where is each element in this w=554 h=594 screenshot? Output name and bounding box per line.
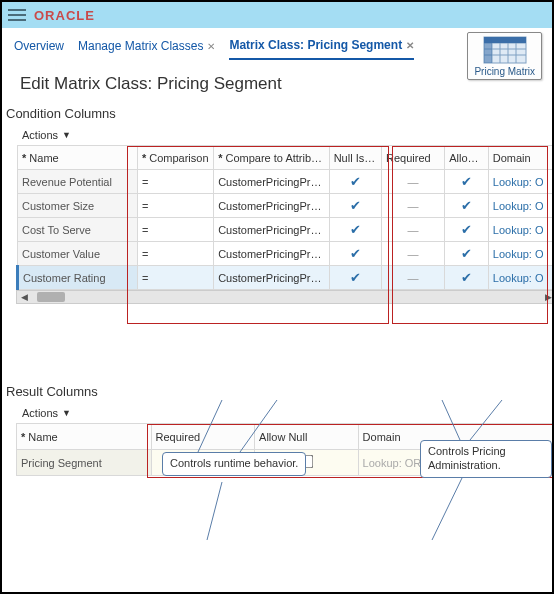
result-columns-table: * Name Required Allow Null Domain Pricin… — [16, 423, 554, 476]
comparison-value[interactable]: = — [137, 266, 213, 290]
table-row[interactable]: Cost To Serve=CustomerPricingPr…✔—✔Looku… — [18, 218, 555, 242]
row-name: Cost To Serve — [18, 218, 138, 242]
svg-rect-9 — [484, 37, 492, 63]
table-row[interactable]: Customer Value=CustomerPricingPr…✔—✔Look… — [18, 242, 555, 266]
menu-icon[interactable] — [8, 6, 26, 24]
col-required-header[interactable]: Required — [381, 146, 444, 170]
chevron-down-icon: ▼ — [62, 408, 71, 418]
compare-to-value[interactable]: CustomerPricingPr… — [214, 218, 330, 242]
col-null-wildcard-header[interactable]: Null Is Wildcard — [329, 146, 381, 170]
compare-to-value[interactable]: CustomerPricingPr… — [214, 266, 330, 290]
required-value[interactable]: — — [381, 218, 444, 242]
row-name: Customer Rating — [18, 266, 138, 290]
compare-to-value[interactable]: CustomerPricingPr… — [214, 170, 330, 194]
required-value[interactable]: — — [381, 170, 444, 194]
diagram-pricing-matrix: Pricing Matrix — [467, 32, 542, 80]
domain-value[interactable]: Lookup: ORA_QP_CUST_PRICING_SE — [358, 450, 554, 476]
col-compare-to-header[interactable]: * Compare to Attribute — [214, 146, 330, 170]
col-allow-null-header[interactable]: Allow Null — [445, 146, 489, 170]
table-row[interactable]: Customer Size=CustomerPricingPr…✔—✔Looku… — [18, 194, 555, 218]
condition-columns-table: * Name * Comparison * Compare to Attribu… — [16, 145, 554, 290]
scrollbar-thumb[interactable] — [37, 292, 65, 302]
col-comparison-header[interactable]: * Comparison — [137, 146, 213, 170]
domain-value[interactable]: Lookup: O — [488, 218, 554, 242]
col-name-header[interactable]: * Name — [18, 146, 138, 170]
diagram-label: Pricing Matrix — [474, 66, 535, 77]
col-required-header[interactable]: Required — [151, 424, 255, 450]
domain-value[interactable]: Lookup: O — [488, 266, 554, 290]
row-name: Customer Size — [18, 194, 138, 218]
comparison-value[interactable]: = — [137, 170, 213, 194]
tab-matrix-class-pricing-segment[interactable]: Matrix Class: Pricing Segment✕ — [229, 38, 414, 60]
actions-menu-condition[interactable]: Actions▼ — [2, 123, 552, 145]
null-wildcard-check[interactable]: ✔ — [329, 218, 381, 242]
required-checkbox[interactable] — [196, 455, 210, 469]
compare-to-value[interactable]: CustomerPricingPr… — [214, 194, 330, 218]
null-wildcard-check[interactable]: ✔ — [329, 170, 381, 194]
scroll-left-icon[interactable]: ◀ — [17, 291, 31, 303]
col-domain-header[interactable]: Domain — [358, 424, 554, 450]
comparison-value[interactable]: = — [137, 218, 213, 242]
col-name-header[interactable]: * Name — [17, 424, 152, 450]
null-wildcard-check[interactable]: ✔ — [329, 242, 381, 266]
required-value[interactable]: — — [381, 266, 444, 290]
allow-null-checkbox[interactable] — [300, 455, 314, 469]
domain-value[interactable]: Lookup: O — [488, 242, 554, 266]
row-name: Revenue Potential — [18, 170, 138, 194]
tab-overview[interactable]: Overview — [14, 39, 64, 59]
row-name: Pricing Segment — [17, 450, 152, 476]
close-icon[interactable]: ✕ — [207, 41, 215, 52]
allow-null-check[interactable]: ✔ — [445, 218, 489, 242]
horizontal-scrollbar[interactable]: ◀ ▶ — [16, 290, 554, 304]
section-condition-columns: Condition Columns — [2, 98, 552, 123]
svg-line-14 — [207, 482, 222, 540]
table-row[interactable]: Pricing Segment Lookup: ORA_QP_CUST_PRIC… — [17, 450, 555, 476]
allow-null-check[interactable]: ✔ — [445, 170, 489, 194]
svg-line-15 — [432, 478, 462, 540]
col-allow-null-header[interactable]: Allow Null — [255, 424, 359, 450]
matrix-icon — [483, 36, 527, 64]
comparison-value[interactable]: = — [137, 194, 213, 218]
domain-value[interactable]: Lookup: O — [488, 170, 554, 194]
section-result-columns: Result Columns — [2, 376, 552, 401]
comparison-value[interactable]: = — [137, 242, 213, 266]
tab-manage-matrix-classes[interactable]: Manage Matrix Classes✕ — [78, 39, 215, 59]
actions-menu-result[interactable]: Actions▼ — [2, 401, 552, 423]
null-wildcard-check[interactable]: ✔ — [329, 266, 381, 290]
scroll-right-icon[interactable]: ▶ — [541, 291, 554, 303]
table-row[interactable]: Revenue Potential=CustomerPricingPr…✔—✔L… — [18, 170, 555, 194]
row-name: Customer Value — [18, 242, 138, 266]
close-icon[interactable]: ✕ — [406, 40, 414, 51]
allow-null-check[interactable]: ✔ — [445, 242, 489, 266]
null-wildcard-check[interactable]: ✔ — [329, 194, 381, 218]
required-value[interactable]: — — [381, 242, 444, 266]
col-domain-header[interactable]: Domain — [488, 146, 554, 170]
allow-null-check[interactable]: ✔ — [445, 194, 489, 218]
chevron-down-icon: ▼ — [62, 130, 71, 140]
table-row[interactable]: Customer Rating=CustomerPricingPr…✔—✔Loo… — [18, 266, 555, 290]
domain-value[interactable]: Lookup: O — [488, 194, 554, 218]
brand-logo: ORACLE — [34, 8, 95, 23]
allow-null-check[interactable]: ✔ — [445, 266, 489, 290]
required-value[interactable]: — — [381, 194, 444, 218]
compare-to-value[interactable]: CustomerPricingPr… — [214, 242, 330, 266]
